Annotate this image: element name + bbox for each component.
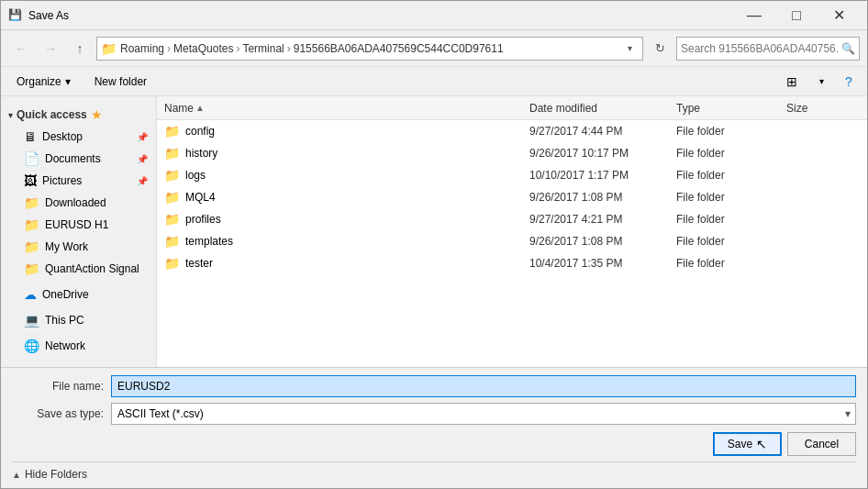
organize-dropdown-icon: ▾ — [65, 75, 71, 88]
quick-access-section: ▾ Quick access ★ 🖥 Desktop 📌 📄 Documents… — [1, 104, 156, 280]
quantaction-folder-icon: 📁 — [24, 261, 39, 276]
address-dropdown-button[interactable]: ▾ — [620, 39, 639, 58]
savetype-label: Save as type: — [12, 407, 104, 420]
desktop-icon: 🖥 — [24, 129, 37, 144]
file-type: File folder — [676, 191, 786, 204]
onedrive-section: ☁ OneDrive — [1, 283, 156, 306]
view-options-button[interactable]: ⊞ — [779, 71, 805, 93]
titlebar: 💾 Save As — □ ✕ — [1, 1, 867, 30]
quick-access-header[interactable]: ▾ Quick access ★ — [1, 104, 156, 126]
organize-button[interactable]: Organize ▾ — [8, 71, 79, 93]
refresh-button[interactable]: ↻ — [647, 37, 673, 61]
up-button[interactable]: ↑ — [67, 36, 93, 61]
file-date: 9/26/2017 1:08 PM — [529, 191, 676, 204]
file-type: File folder — [676, 213, 786, 226]
folder-icon: 📁 — [164, 146, 180, 161]
col-type-header[interactable]: Type — [676, 102, 786, 115]
onedrive-label: OneDrive — [42, 288, 89, 301]
table-row[interactable]: 📁 logs 10/10/2017 1:17 PM File folder — [157, 164, 867, 186]
sidebar: ▾ Quick access ★ 🖥 Desktop 📌 📄 Documents… — [1, 96, 157, 367]
documents-label: Documents — [45, 152, 101, 165]
chevron-up-icon: ▲ — [12, 470, 21, 480]
secondary-toolbar: Organize ▾ New folder ⊞ ▾ ? — [1, 67, 867, 96]
table-row[interactable]: 📁 profiles 9/27/2017 4:21 PM File folder — [157, 208, 867, 230]
filename-row: File name: — [12, 375, 856, 397]
titlebar-controls: — □ ✕ — [733, 1, 860, 30]
hide-folders-row[interactable]: ▲ Hide Folders — [12, 461, 856, 481]
maximize-button[interactable]: □ — [775, 1, 818, 30]
address-bar[interactable]: 📁 Roaming › MetaQuotes › Terminal › 9155… — [96, 37, 643, 61]
sidebar-item-eurusd-h1[interactable]: 📁 EURUSD H1 — [1, 214, 156, 236]
folder-icon: 📁 — [164, 234, 180, 249]
address-toolbar: ← → ↑ 📁 Roaming › MetaQuotes › Terminal … — [1, 30, 867, 67]
forward-button[interactable]: → — [38, 36, 63, 61]
save-button[interactable]: Save ↖ — [713, 432, 782, 456]
view-dropdown-button[interactable]: ▾ — [808, 71, 834, 93]
desktop-label: Desktop — [42, 130, 83, 143]
sidebar-item-onedrive[interactable]: ☁ OneDrive — [1, 283, 156, 306]
buttons-row: Save ↖ Cancel — [12, 430, 856, 456]
back-button[interactable]: ← — [8, 36, 34, 61]
network-section: 🌐 Network — [1, 335, 156, 357]
table-row[interactable]: 📁 templates 9/26/2017 1:08 PM File folde… — [157, 230, 867, 252]
filename-input[interactable] — [111, 375, 856, 397]
sidebar-item-my-work[interactable]: 📁 My Work — [1, 236, 156, 258]
downloaded-label: Downloaded — [45, 196, 106, 209]
hide-folders-label: Hide Folders — [25, 468, 87, 481]
file-type: File folder — [676, 257, 786, 270]
thispc-icon: 💻 — [24, 313, 39, 328]
network-icon: 🌐 — [24, 339, 39, 353]
file-date: 9/26/2017 1:08 PM — [529, 235, 676, 248]
mywork-folder-icon: 📁 — [24, 239, 39, 254]
table-row[interactable]: 📁 history 9/26/2017 10:17 PM File folder — [157, 142, 867, 164]
sidebar-item-quantaction[interactable]: 📁 QuantAction Signal — [1, 258, 156, 280]
file-name: history — [185, 147, 529, 160]
save-as-dialog: 💾 Save As — □ ✕ ← → ↑ 📁 Roaming › MetaQu… — [0, 0, 868, 489]
table-row[interactable]: 📁 tester 10/4/2017 1:35 PM File folder — [157, 252, 867, 274]
table-row[interactable]: 📁 MQL4 9/26/2017 1:08 PM File folder — [157, 186, 867, 208]
folder-icon: 📁 — [164, 256, 180, 271]
folder-icon: 📁 — [164, 212, 180, 227]
new-folder-button[interactable]: New folder — [86, 71, 155, 93]
save-label: Save — [728, 438, 752, 450]
file-name: profiles — [185, 213, 529, 226]
folder-icon: 📁 — [164, 168, 180, 183]
filelist-header: Name ▲ Date modified Type Size — [157, 96, 867, 120]
savetype-row: Save as type: ASCII Text (*.csv)CSV (*.c… — [12, 403, 856, 425]
sidebar-item-desktop[interactable]: 🖥 Desktop 📌 — [1, 126, 156, 148]
file-type: File folder — [676, 147, 786, 160]
sidebar-item-thispc[interactable]: 💻 This PC — [1, 309, 156, 331]
file-list: Name ▲ Date modified Type Size 📁 config … — [157, 96, 867, 367]
col-date-header[interactable]: Date modified — [529, 102, 676, 115]
search-input[interactable] — [681, 42, 838, 55]
sidebar-item-documents[interactable]: 📄 Documents 📌 — [1, 148, 156, 170]
file-date: 10/10/2017 1:17 PM — [529, 169, 676, 182]
minimize-button[interactable]: — — [733, 1, 775, 30]
sidebar-item-network[interactable]: 🌐 Network — [1, 335, 156, 357]
mywork-label: My Work — [45, 240, 88, 253]
close-button[interactable]: ✕ — [818, 1, 860, 30]
help-button[interactable]: ? — [838, 71, 860, 93]
crumb-terminal: Terminal — [242, 42, 284, 55]
cancel-button[interactable]: Cancel — [787, 432, 856, 456]
sidebar-item-pictures[interactable]: 🖼 Pictures 📌 — [1, 170, 156, 192]
file-type: File folder — [676, 169, 786, 182]
table-row[interactable]: 📁 config 9/27/2017 4:44 PM File folder — [157, 120, 867, 142]
search-icon: 🔍 — [841, 42, 855, 55]
quick-access-star-icon: ★ — [91, 107, 103, 122]
folder-icon: 📁 — [164, 190, 180, 205]
pictures-label: Pictures — [42, 174, 82, 187]
quick-access-label: Quick access — [17, 108, 87, 121]
sidebar-item-downloaded[interactable]: 📁 Downloaded — [1, 192, 156, 214]
savetype-select[interactable]: ASCII Text (*.csv)CSV (*.csv)Excel (*.xl… — [111, 403, 856, 425]
folder-icon: 📁 — [164, 124, 180, 139]
thispc-section: 💻 This PC — [1, 309, 156, 331]
file-date: 9/26/2017 10:17 PM — [529, 147, 676, 160]
address-crumb: Roaming › MetaQuotes › Terminal › 915566… — [120, 42, 504, 55]
col-size-header[interactable]: Size — [786, 102, 860, 115]
file-name: logs — [185, 169, 529, 182]
search-box: 🔍 — [676, 37, 860, 61]
file-date: 10/4/2017 1:35 PM — [529, 257, 676, 270]
quantaction-label: QuantAction Signal — [45, 262, 139, 275]
col-name-header[interactable]: Name ▲ — [164, 102, 529, 115]
